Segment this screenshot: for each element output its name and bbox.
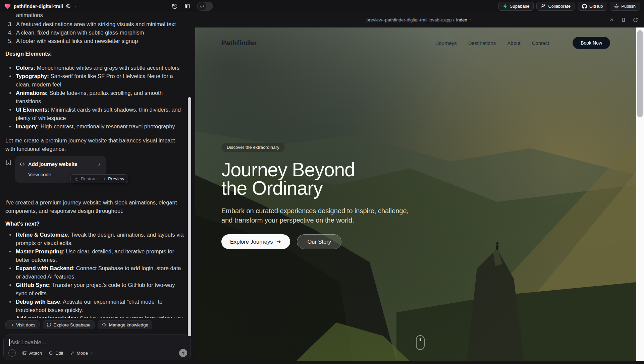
open-external-icon[interactable] <box>609 17 614 22</box>
site-preview: Pathfinder Journeys Destinations About C… <box>195 27 636 361</box>
bullet-dot <box>9 267 11 269</box>
tool-card-title: Add journey website <box>28 160 77 168</box>
panel-layout-icon[interactable] <box>184 3 190 9</box>
preview-url-page: index <box>456 17 467 22</box>
prompt-placeholder: Ask Lovable... <box>10 339 46 346</box>
list-item: 3.A featured destinations area with stri… <box>5 20 184 28</box>
assistant-paragraph: Let me create a premium journey website … <box>5 136 184 153</box>
edit-summary-card[interactable]: Add journey website View code Restore Pr… <box>15 156 106 183</box>
supabase-button[interactable]: Supabase <box>498 2 534 11</box>
our-story-button[interactable]: Our Story <box>297 234 341 249</box>
arrow-right-icon <box>276 239 281 244</box>
site-scrollbar-track[interactable] <box>636 27 644 361</box>
github-button[interactable]: GitHub <box>578 2 607 11</box>
prompt-input[interactable]: Ask Lovable... <box>9 339 46 346</box>
composer-toolbar: Attach Edit Mode <box>8 349 187 357</box>
top-actions: Supabase Collaborate GitHub Publish <box>498 2 640 11</box>
collaborate-users-icon <box>541 4 546 9</box>
code-toggle-segment[interactable] <box>198 2 206 10</box>
bullet-dot <box>9 234 11 236</box>
project-menu[interactable]: pathfinder-digital-trail <box>4 3 77 10</box>
bullet-dot <box>9 284 11 286</box>
restore-button[interactable]: Restore <box>74 175 97 183</box>
nav-link-journeys[interactable]: Journeys <box>436 40 457 46</box>
mode-selector[interactable]: Mode <box>70 351 94 356</box>
preview-controls <box>609 12 638 27</box>
bullet-dot <box>9 75 11 77</box>
list-number: 4. <box>8 28 13 37</box>
list-item: 5.A footer with essential links and news… <box>5 37 184 45</box>
site-logo[interactable]: Pathfinder <box>221 39 257 47</box>
whats-next-heading: What's next? <box>5 220 184 228</box>
mobile-device-icon[interactable] <box>621 17 626 22</box>
book-now-button[interactable]: Book Now <box>573 37 610 49</box>
prompt-composer[interactable]: Ask Lovable... Attach Edit Mode <box>3 335 191 360</box>
nav-link-contact[interactable]: Contact <box>532 40 549 46</box>
image-attach-icon <box>22 351 27 356</box>
history-icon[interactable] <box>172 3 178 9</box>
list-item: Refine & Customize: Tweak the design, an… <box>5 231 184 247</box>
chat-panel: animations 3.A featured destinations are… <box>0 12 192 364</box>
send-button[interactable] <box>179 349 187 357</box>
bullet-dot <box>9 109 11 111</box>
timer-icon <box>74 177 79 181</box>
whats-next-list: Refine & Customize: Tweak the design, an… <box>5 231 184 318</box>
hero-subheadline: Embark on curated experiences designed t… <box>221 206 420 225</box>
preview-button[interactable]: Preview <box>102 175 124 183</box>
design-elements-heading: Design Elements: <box>5 50 184 58</box>
clipped-list-line: animations <box>5 12 184 19</box>
visit-docs-chip[interactable]: Visit docs <box>5 320 40 329</box>
explore-supabase-chip[interactable]: Explore Supabase <box>43 320 95 329</box>
sliders-icon <box>70 351 75 356</box>
supabase-label: Supabase <box>510 4 530 9</box>
explore-journeys-button[interactable]: Explore Journeys <box>221 234 290 249</box>
add-button[interactable] <box>8 349 16 357</box>
arrow-up-right-icon <box>102 177 106 181</box>
editor-tools <box>172 0 213 12</box>
project-name: pathfinder-digital-trail <box>14 4 63 9</box>
list-item: Animations:Subtle fade-ins, parallax scr… <box>5 89 184 106</box>
bookmark-icon[interactable] <box>5 159 12 166</box>
hero-badge: Discover the extraordinary <box>221 143 285 152</box>
restore-preview-pill: Restore Preview <box>70 174 128 183</box>
list-text: A featured destinations area with striki… <box>16 20 176 28</box>
chat-scrollbar-thumb[interactable] <box>188 97 191 336</box>
list-item: GitHub Sync: Transfer your project's cod… <box>5 281 184 298</box>
nav-link-about[interactable]: About <box>507 40 520 46</box>
code-preview-toggle[interactable] <box>197 2 213 11</box>
code-icon <box>200 4 204 8</box>
bullet-dot <box>9 251 11 252</box>
list-number: 3. <box>8 20 13 28</box>
scroll-mouse-indicator <box>416 335 425 350</box>
site-scrollbar-thumb[interactable] <box>637 30 643 117</box>
list-number: 5. <box>8 37 13 45</box>
preview-url-bar[interactable]: preview--pathfinder-digital-trail.lovabl… <box>366 17 473 22</box>
design-bullet-list: Colors:Monochromatic whites and grays wi… <box>5 64 184 131</box>
site-navbar: Pathfinder Journeys Destinations About C… <box>195 27 636 58</box>
tool-card-row: Add journey website View code Restore Pr… <box>5 156 184 183</box>
attach-button[interactable]: Attach <box>22 351 42 356</box>
refresh-icon[interactable] <box>633 17 638 22</box>
arrow-up-icon <box>181 351 185 355</box>
list-item: Debug with Ease: Activate our experiment… <box>5 298 184 314</box>
list-item: UI Elements:Minimalist cards with soft s… <box>5 106 184 122</box>
bullet-dot <box>9 67 11 69</box>
chevron-down-icon[interactable] <box>73 4 77 8</box>
preview-url-host: preview--pathfinder-digital-trail.lovabl… <box>366 17 454 22</box>
graduation-cap-icon <box>102 322 107 327</box>
nav-link-destinations[interactable]: Destinations <box>468 40 496 46</box>
github-label: GitHub <box>589 4 603 9</box>
edit-mode-button[interactable]: Edit <box>48 351 63 356</box>
manage-knowledge-chip[interactable]: Manage knowledge <box>98 320 152 329</box>
list-item: 4.A clean, fixed navigation with subtle … <box>5 28 184 37</box>
collaborate-button[interactable]: Collaborate <box>536 2 575 11</box>
chat-message-area: animations 3.A featured destinations are… <box>0 12 187 318</box>
hero-headline: Journey Beyond the Ordinary <box>221 161 423 197</box>
numbered-list: 3.A featured destinations area with stri… <box>5 20 184 45</box>
list-text: A footer with essential links and newsle… <box>16 37 138 45</box>
chat-bubble-icon <box>47 322 51 327</box>
bullet-dot <box>9 318 11 318</box>
list-text: A clean, fixed navigation with subtle gl… <box>16 28 144 37</box>
publish-button[interactable]: Publish <box>610 2 640 11</box>
site-nav-links: Journeys Destinations About Contact Book… <box>436 37 610 49</box>
